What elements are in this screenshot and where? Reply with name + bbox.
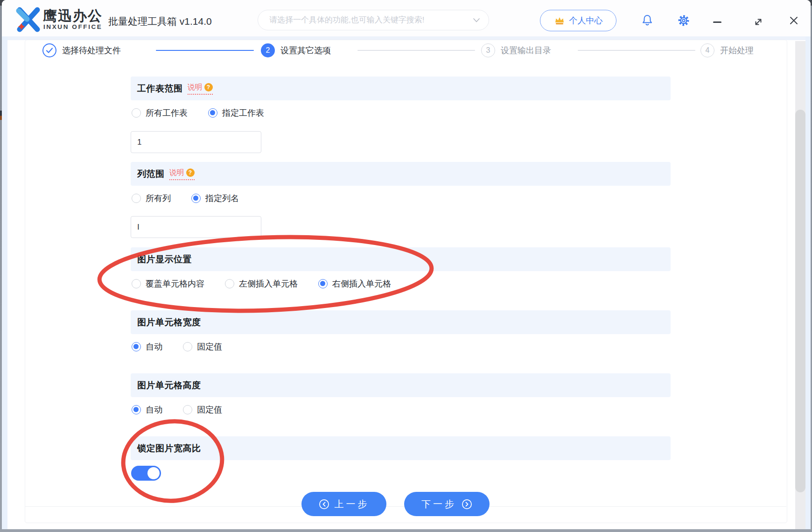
step-label: 设置输出目录	[501, 45, 551, 56]
check-icon	[46, 47, 53, 54]
help-question-icon[interactable]: ?	[204, 83, 213, 91]
radio-option-width-fixed[interactable]: 固定值	[183, 341, 222, 352]
radio-label[interactable]: 指定工作表	[222, 107, 264, 119]
help-link[interactable]: 说明 ?	[169, 168, 195, 180]
radio-label[interactable]: 覆盖单元格内容	[146, 278, 204, 289]
radio-icon[interactable]	[132, 194, 141, 203]
step-connector	[578, 50, 695, 51]
step-item-options[interactable]: 2 设置其它选项	[261, 43, 331, 57]
step-number-circle: 2	[261, 43, 275, 57]
column-range-options: 所有列 指定列名	[132, 193, 239, 204]
step-number-circle: 4	[700, 43, 714, 57]
radio-icon[interactable]	[132, 405, 141, 414]
close-button[interactable]	[789, 15, 799, 27]
help-question-icon[interactable]: ?	[186, 168, 195, 177]
radio-label[interactable]: 固定值	[197, 341, 222, 352]
function-search-select[interactable]	[258, 10, 489, 30]
radio-option-height-auto[interactable]: 自动	[132, 404, 162, 415]
step-label: 选择待处理文件	[62, 45, 121, 56]
brand-name: 鹰迅办公	[43, 7, 103, 26]
step-number-circle: 3	[481, 43, 495, 57]
previous-step-label: 上一步	[335, 498, 370, 511]
cell-width-options: 自动 固定值	[132, 341, 222, 352]
section-title: 图片显示位置	[137, 253, 192, 266]
app-title: 批量处理工具箱 v1.14.0	[108, 15, 212, 28]
brand-logo-icon	[14, 6, 42, 33]
step-done-circle	[42, 43, 56, 57]
worksheet-range-input[interactable]	[131, 131, 261, 153]
step-connector	[156, 50, 254, 51]
radio-icon[interactable]	[132, 108, 141, 118]
section-header-cell-width: 图片单元格宽度	[131, 310, 671, 334]
section-title: 锁定图片宽高比	[137, 442, 201, 455]
cell-height-options: 自动 固定值	[132, 404, 222, 415]
circle-chevron-right-icon	[462, 499, 472, 510]
aspect-ratio-toggle[interactable]	[131, 466, 161, 481]
section-title: 列范围	[137, 168, 165, 180]
previous-step-button[interactable]: 上一步	[301, 492, 386, 516]
radio-option-overwrite-cell[interactable]: 覆盖单元格内容	[132, 278, 204, 289]
radio-icon[interactable]	[318, 279, 328, 288]
step-item-output-dir[interactable]: 3 设置输出目录	[481, 43, 551, 57]
user-center-button[interactable]: 个人中心	[540, 10, 616, 31]
search-input[interactable]	[268, 15, 469, 25]
radio-option-specified-sheets[interactable]: 指定工作表	[208, 107, 264, 119]
gear-icon	[677, 14, 690, 27]
radio-label[interactable]: 指定列名	[205, 193, 239, 204]
bell-icon	[641, 14, 654, 28]
radio-option-all-sheets[interactable]: 所有工作表	[132, 107, 188, 119]
brand-subtitle: INXUN OFFICE	[43, 23, 102, 30]
radio-label[interactable]: 左侧插入单元格	[239, 278, 298, 289]
page-margin-right	[805, 36, 811, 529]
radio-option-width-auto[interactable]: 自动	[132, 341, 162, 352]
radio-icon[interactable]	[183, 405, 192, 414]
radio-label[interactable]: 固定值	[197, 404, 222, 415]
next-step-button[interactable]: 下一步	[404, 492, 490, 516]
radio-label[interactable]: 所有列	[146, 193, 171, 204]
help-link-label[interactable]: 说明	[169, 168, 184, 178]
settings-button[interactable]	[677, 14, 690, 28]
radio-label[interactable]: 所有工作表	[146, 107, 188, 119]
crown-icon	[554, 16, 565, 25]
step-item-select-files[interactable]: 选择待处理文件	[42, 43, 121, 57]
radio-icon[interactable]	[132, 342, 141, 351]
section-header-image-position: 图片显示位置	[131, 247, 671, 271]
radio-option-all-columns[interactable]: 所有列	[132, 193, 171, 204]
minimize-button[interactable]	[713, 21, 721, 23]
radio-option-specified-columns[interactable]: 指定列名	[191, 193, 239, 204]
section-header-lock-aspect-ratio: 锁定图片宽高比	[131, 436, 671, 460]
help-link-label[interactable]: 说明	[188, 83, 203, 92]
notifications-button[interactable]	[641, 14, 654, 29]
radio-label[interactable]: 自动	[146, 341, 162, 352]
next-step-label: 下一步	[421, 498, 456, 511]
section-header-worksheet-range: 工作表范围 说明 ?	[131, 77, 671, 100]
radio-icon[interactable]	[132, 279, 141, 288]
close-icon	[789, 15, 799, 26]
radio-label[interactable]: 自动	[146, 404, 162, 415]
scrollbar-thumb[interactable]	[795, 110, 805, 492]
step-connector	[357, 50, 475, 51]
circle-chevron-left-icon	[319, 499, 329, 510]
step-label: 设置其它选项	[280, 45, 331, 56]
screen: 鹰迅办公 INXUN OFFICE 批量处理工具箱 v1.14.0 个人中心	[0, 0, 812, 532]
maximize-icon	[753, 17, 763, 27]
scrollbar-track[interactable]	[795, 41, 805, 529]
worksheet-range-options: 所有工作表 指定工作表	[132, 107, 264, 119]
maximize-button[interactable]	[753, 17, 763, 28]
toggle-knob	[147, 467, 160, 479]
radio-icon[interactable]	[183, 342, 192, 351]
help-link[interactable]: 说明 ?	[188, 83, 213, 95]
radio-option-height-fixed[interactable]: 固定值	[183, 404, 222, 415]
radio-option-insert-left[interactable]: 左侧插入单元格	[225, 278, 298, 289]
step-label: 开始处理	[720, 45, 754, 56]
radio-icon[interactable]	[225, 279, 234, 288]
step-item-start[interactable]: 4 开始处理	[700, 43, 754, 57]
radio-label[interactable]: 右侧插入单元格	[332, 278, 391, 289]
radio-icon[interactable]	[208, 108, 217, 118]
radio-icon[interactable]	[191, 194, 201, 203]
column-range-input[interactable]	[131, 216, 261, 238]
radio-option-insert-right[interactable]: 右侧插入单元格	[318, 278, 391, 289]
section-header-cell-height: 图片单元格高度	[131, 373, 671, 397]
image-position-options: 覆盖单元格内容 左侧插入单元格 右侧插入单元格	[132, 278, 391, 289]
user-center-label: 个人中心	[569, 15, 603, 26]
